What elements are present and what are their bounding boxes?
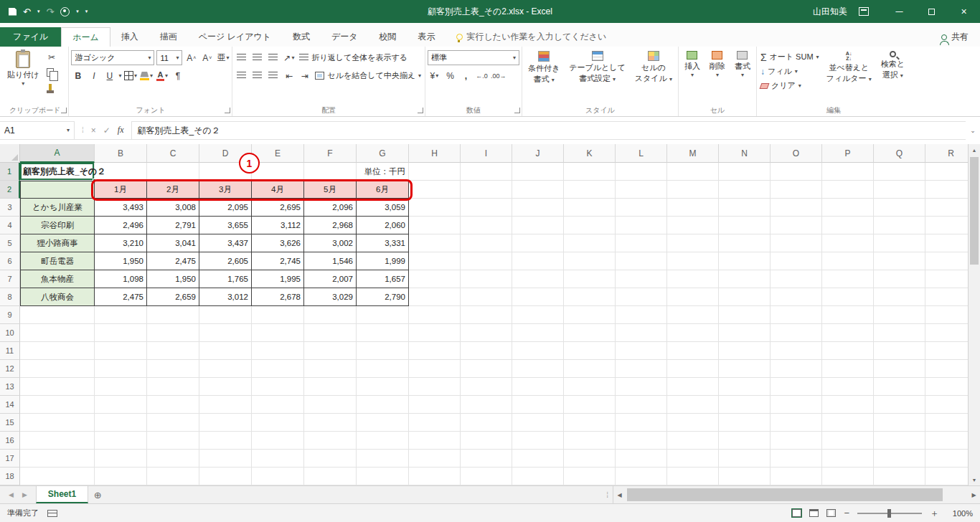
align-right-icon[interactable] bbox=[266, 69, 280, 82]
paste-button[interactable]: 貼り付け▾ bbox=[4, 49, 43, 89]
cell-F9[interactable] bbox=[304, 306, 357, 324]
horizontal-scrollbar[interactable]: ◀ ▶ bbox=[613, 486, 980, 503]
cell-G3[interactable]: 3,059 bbox=[357, 199, 409, 217]
cell-G15[interactable] bbox=[357, 414, 409, 432]
row-header-7[interactable]: 7 bbox=[0, 270, 20, 288]
page-layout-view-icon[interactable] bbox=[809, 509, 819, 517]
cell-C10[interactable] bbox=[147, 324, 199, 342]
cell-J2[interactable] bbox=[512, 181, 564, 199]
cell-J1[interactable] bbox=[512, 163, 564, 181]
cell-D4[interactable]: 3,655 bbox=[199, 217, 252, 234]
cell-D17[interactable] bbox=[199, 450, 252, 468]
find-select-button[interactable]: 検索と 選択 ▾ bbox=[877, 49, 908, 81]
cell-O11[interactable] bbox=[771, 342, 822, 360]
row-header-13[interactable]: 13 bbox=[0, 378, 20, 396]
column-header-E[interactable]: E bbox=[252, 144, 304, 163]
cell-F10[interactable] bbox=[304, 324, 357, 342]
cell-M2[interactable] bbox=[667, 181, 719, 199]
cell-R9[interactable] bbox=[925, 306, 968, 324]
cell-B10[interactable] bbox=[95, 324, 147, 342]
cell-L13[interactable] bbox=[616, 378, 667, 396]
cell-R16[interactable] bbox=[925, 432, 968, 450]
cell-E10[interactable] bbox=[252, 324, 304, 342]
cell-N1[interactable] bbox=[719, 163, 771, 181]
sheet-tab-sheet1[interactable]: Sheet1 bbox=[36, 486, 88, 503]
cell-M1[interactable] bbox=[667, 163, 719, 181]
cell-D8[interactable]: 3,012 bbox=[199, 288, 252, 306]
cell-E9[interactable] bbox=[252, 306, 304, 324]
cell-A8[interactable]: 八牧商会 bbox=[20, 288, 95, 306]
cell-O8[interactable] bbox=[771, 288, 822, 306]
cell-N3[interactable] bbox=[719, 199, 771, 217]
cell-L8[interactable] bbox=[616, 288, 667, 306]
cell-J4[interactable] bbox=[512, 217, 564, 234]
cell-A4[interactable]: 宗谷印刷 bbox=[20, 217, 95, 234]
cell-M17[interactable] bbox=[667, 450, 719, 468]
cell-I4[interactable] bbox=[461, 217, 512, 234]
cell-E14[interactable] bbox=[252, 396, 304, 414]
cell-L10[interactable] bbox=[616, 324, 667, 342]
cell-Q13[interactable] bbox=[874, 378, 925, 396]
cell-O5[interactable] bbox=[771, 234, 822, 252]
cell-G13[interactable] bbox=[357, 378, 409, 396]
cell-G1[interactable]: 単位：千円 bbox=[357, 163, 409, 181]
cell-E5[interactable]: 3,626 bbox=[252, 234, 304, 252]
cell-L4[interactable] bbox=[616, 217, 667, 234]
cell-H9[interactable] bbox=[409, 306, 461, 324]
cell-K8[interactable] bbox=[564, 288, 616, 306]
cell-J5[interactable] bbox=[512, 234, 564, 252]
column-header-K[interactable]: K bbox=[564, 144, 616, 163]
cell-P11[interactable] bbox=[822, 342, 874, 360]
cell-I12[interactable] bbox=[461, 360, 512, 378]
cell-M18[interactable] bbox=[667, 468, 719, 485]
font-size-select[interactable]: 11▾ bbox=[156, 50, 182, 65]
cell-I2[interactable] bbox=[461, 181, 512, 199]
row-header-4[interactable]: 4 bbox=[0, 217, 20, 234]
decrease-decimal-icon[interactable]: .00→ bbox=[491, 69, 507, 82]
cell-R13[interactable] bbox=[925, 378, 968, 396]
cell-P16[interactable] bbox=[822, 432, 874, 450]
cell-B11[interactable] bbox=[95, 342, 147, 360]
cell-B14[interactable] bbox=[95, 396, 147, 414]
sort-filter-button[interactable]: A↓Z↓ 並べ替えと フィルター ▾ bbox=[823, 49, 875, 85]
cell-Q1[interactable] bbox=[874, 163, 925, 181]
cell-E15[interactable] bbox=[252, 414, 304, 432]
cell-P4[interactable] bbox=[822, 217, 874, 234]
cell-K10[interactable] bbox=[564, 324, 616, 342]
copy-button[interactable]: ▾ bbox=[45, 65, 59, 79]
cell-R2[interactable] bbox=[925, 181, 968, 199]
cell-C11[interactable] bbox=[147, 342, 199, 360]
cell-A1[interactable]: 顧客別売上表_その２ bbox=[20, 163, 95, 181]
scroll-up-icon[interactable]: ▲ bbox=[969, 144, 980, 156]
cell-K14[interactable] bbox=[564, 396, 616, 414]
cell-O12[interactable] bbox=[771, 360, 822, 378]
user-name[interactable]: 山田知美 bbox=[813, 6, 847, 18]
cell-H15[interactable] bbox=[409, 414, 461, 432]
cell-F4[interactable]: 2,968 bbox=[304, 217, 357, 234]
cell-A16[interactable] bbox=[20, 432, 95, 450]
cell-H12[interactable] bbox=[409, 360, 461, 378]
column-header-L[interactable]: L bbox=[616, 144, 667, 163]
cell-J18[interactable] bbox=[512, 468, 564, 485]
decrease-font-icon[interactable]: A˅ bbox=[200, 51, 214, 65]
tab-ホーム[interactable]: ホーム bbox=[61, 27, 110, 47]
cell-G17[interactable] bbox=[357, 450, 409, 468]
cell-O15[interactable] bbox=[771, 414, 822, 432]
cut-button[interactable]: ✂ bbox=[45, 50, 59, 64]
cell-A14[interactable] bbox=[20, 396, 95, 414]
cell-G5[interactable]: 3,331 bbox=[357, 234, 409, 252]
row-header-16[interactable]: 16 bbox=[0, 432, 20, 450]
column-header-J[interactable]: J bbox=[512, 144, 564, 163]
cell-M14[interactable] bbox=[667, 396, 719, 414]
column-header-C[interactable]: C bbox=[147, 144, 199, 163]
cell-J3[interactable] bbox=[512, 199, 564, 217]
cell-P13[interactable] bbox=[822, 378, 874, 396]
row-header-17[interactable]: 17 bbox=[0, 450, 20, 468]
delete-cells-button[interactable]: 削除▾ bbox=[706, 49, 729, 80]
cell-J16[interactable] bbox=[512, 432, 564, 450]
cell-Q6[interactable] bbox=[874, 252, 925, 270]
row-header-6[interactable]: 6 bbox=[0, 252, 20, 270]
row-header-8[interactable]: 8 bbox=[0, 288, 20, 306]
cell-P15[interactable] bbox=[822, 414, 874, 432]
cell-L16[interactable] bbox=[616, 432, 667, 450]
